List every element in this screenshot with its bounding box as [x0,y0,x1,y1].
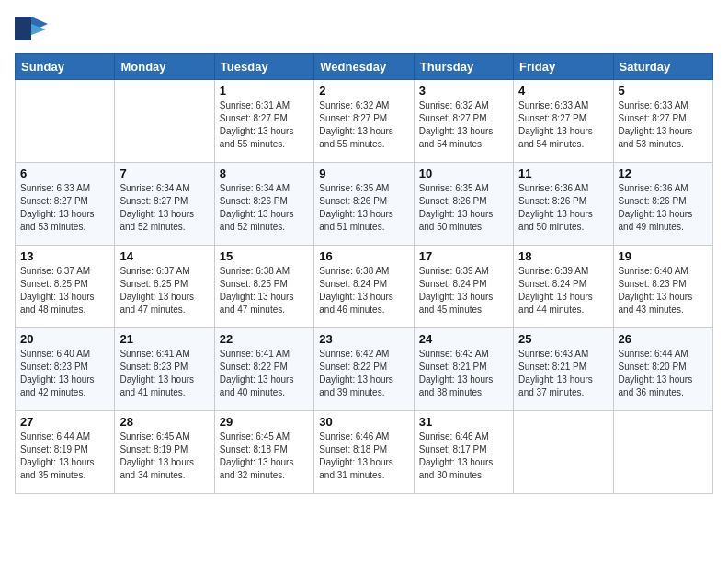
day-number: 4 [518,84,608,98]
day-number: 7 [119,167,209,180]
calendar-cell: 25Sunrise: 6:43 AMSunset: 8:21 PMDayligh… [514,328,613,411]
col-wednesday: Wednesday [314,54,414,80]
cell-info: Sunrise: 6:46 AMSunset: 8:17 PMDaylight:… [419,431,508,482]
calendar-cell: 20Sunrise: 6:40 AMSunset: 8:23 PMDayligh… [16,328,115,411]
week-row-5: 27Sunrise: 6:44 AMSunset: 8:19 PMDayligh… [16,411,713,494]
cell-info: Sunrise: 6:33 AMSunset: 8:27 PMDaylight:… [619,99,708,151]
day-number: 20 [20,332,109,346]
day-number: 24 [419,332,508,346]
cell-info: Sunrise: 6:41 AMSunset: 8:23 PMDaylight:… [119,348,209,399]
calendar-cell: 16Sunrise: 6:38 AMSunset: 8:24 PMDayligh… [314,246,414,328]
day-number: 23 [319,332,408,346]
day-number: 19 [619,249,708,263]
col-tuesday: Tuesday [214,54,313,80]
day-number: 17 [419,249,508,263]
calendar-table: Sunday Monday Tuesday Wednesday Thursday… [15,53,713,494]
cell-info: Sunrise: 6:31 AMSunset: 8:27 PMDaylight:… [220,99,309,151]
cell-info: Sunrise: 6:39 AMSunset: 8:24 PMDaylight:… [518,265,608,316]
cell-info: Sunrise: 6:32 AMSunset: 8:27 PMDaylight:… [419,99,508,151]
calendar-cell: 4Sunrise: 6:33 AMSunset: 8:27 PMDaylight… [514,80,613,163]
cell-info: Sunrise: 6:37 AMSunset: 8:25 PMDaylight:… [119,265,209,316]
day-number: 11 [518,167,608,180]
col-thursday: Thursday [414,54,513,80]
day-number: 14 [119,249,209,263]
day-number: 9 [319,167,408,180]
day-number: 25 [518,332,608,346]
calendar-cell [514,411,613,494]
cell-info: Sunrise: 6:38 AMSunset: 8:25 PMDaylight:… [220,265,309,316]
calendar-cell: 17Sunrise: 6:39 AMSunset: 8:24 PMDayligh… [414,246,513,328]
calendar-cell [115,80,214,163]
calendar-cell: 7Sunrise: 6:34 AMSunset: 8:27 PMDaylight… [115,163,214,246]
week-row-3: 13Sunrise: 6:37 AMSunset: 8:25 PMDayligh… [16,246,713,328]
calendar-cell: 18Sunrise: 6:39 AMSunset: 8:24 PMDayligh… [514,246,613,328]
calendar-cell: 27Sunrise: 6:44 AMSunset: 8:19 PMDayligh… [16,411,115,494]
day-number: 8 [220,167,309,180]
calendar-cell [16,80,115,163]
day-number: 12 [619,167,708,180]
calendar-cell: 31Sunrise: 6:46 AMSunset: 8:17 PMDayligh… [414,411,513,494]
cell-info: Sunrise: 6:32 AMSunset: 8:27 PMDaylight:… [319,99,408,151]
svg-rect-0 [15,17,31,40]
col-saturday: Saturday [613,54,712,80]
day-number: 3 [419,84,508,98]
logo-icon [15,15,48,42]
day-number: 6 [20,167,109,180]
calendar-cell: 13Sunrise: 6:37 AMSunset: 8:25 PMDayligh… [16,246,115,328]
calendar-cell: 5Sunrise: 6:33 AMSunset: 8:27 PMDaylight… [613,80,712,163]
page-header [15,15,713,42]
week-row-4: 20Sunrise: 6:40 AMSunset: 8:23 PMDayligh… [16,328,713,411]
calendar-cell: 11Sunrise: 6:36 AMSunset: 8:26 PMDayligh… [514,163,613,246]
col-monday: Monday [115,54,214,80]
day-number: 29 [220,415,309,429]
calendar-cell: 1Sunrise: 6:31 AMSunset: 8:27 PMDaylight… [214,80,313,163]
cell-info: Sunrise: 6:40 AMSunset: 8:23 PMDaylight:… [20,348,109,399]
calendar-cell: 2Sunrise: 6:32 AMSunset: 8:27 PMDaylight… [314,80,414,163]
logo [15,15,51,42]
cell-info: Sunrise: 6:42 AMSunset: 8:22 PMDaylight:… [319,348,408,399]
cell-info: Sunrise: 6:45 AMSunset: 8:19 PMDaylight:… [119,431,209,482]
day-number: 22 [220,332,309,346]
calendar-cell: 9Sunrise: 6:35 AMSunset: 8:26 PMDaylight… [314,163,414,246]
cell-info: Sunrise: 6:44 AMSunset: 8:20 PMDaylight:… [619,348,708,399]
calendar-cell: 8Sunrise: 6:34 AMSunset: 8:26 PMDaylight… [214,163,313,246]
calendar-cell [613,411,712,494]
calendar-cell: 15Sunrise: 6:38 AMSunset: 8:25 PMDayligh… [214,246,313,328]
day-number: 5 [619,84,708,98]
day-number: 10 [419,167,508,180]
cell-info: Sunrise: 6:45 AMSunset: 8:18 PMDaylight:… [220,431,309,482]
cell-info: Sunrise: 6:35 AMSunset: 8:26 PMDaylight:… [419,182,508,234]
day-number: 1 [220,84,309,98]
cell-info: Sunrise: 6:35 AMSunset: 8:26 PMDaylight:… [319,182,408,234]
calendar-cell: 30Sunrise: 6:46 AMSunset: 8:18 PMDayligh… [314,411,414,494]
day-number: 15 [220,249,309,263]
week-row-2: 6Sunrise: 6:33 AMSunset: 8:27 PMDaylight… [16,163,713,246]
calendar-cell: 22Sunrise: 6:41 AMSunset: 8:22 PMDayligh… [214,328,313,411]
calendar-cell: 23Sunrise: 6:42 AMSunset: 8:22 PMDayligh… [314,328,414,411]
day-number: 13 [20,249,109,263]
day-number: 28 [119,415,209,429]
cell-info: Sunrise: 6:36 AMSunset: 8:26 PMDaylight:… [619,182,708,234]
calendar-cell: 21Sunrise: 6:41 AMSunset: 8:23 PMDayligh… [115,328,214,411]
col-friday: Friday [514,54,613,80]
cell-info: Sunrise: 6:34 AMSunset: 8:26 PMDaylight:… [220,182,309,234]
calendar-cell: 19Sunrise: 6:40 AMSunset: 8:23 PMDayligh… [613,246,712,328]
cell-info: Sunrise: 6:46 AMSunset: 8:18 PMDaylight:… [319,431,408,482]
day-number: 31 [419,415,508,429]
day-number: 18 [518,249,608,263]
day-number: 26 [619,332,708,346]
day-number: 30 [319,415,408,429]
cell-info: Sunrise: 6:33 AMSunset: 8:27 PMDaylight:… [20,182,109,234]
cell-info: Sunrise: 6:43 AMSunset: 8:21 PMDaylight:… [419,348,508,399]
calendar-cell: 6Sunrise: 6:33 AMSunset: 8:27 PMDaylight… [16,163,115,246]
cell-info: Sunrise: 6:37 AMSunset: 8:25 PMDaylight:… [20,265,109,316]
cell-info: Sunrise: 6:40 AMSunset: 8:23 PMDaylight:… [619,265,708,316]
cell-info: Sunrise: 6:39 AMSunset: 8:24 PMDaylight:… [419,265,508,316]
calendar-cell: 14Sunrise: 6:37 AMSunset: 8:25 PMDayligh… [115,246,214,328]
header-row: Sunday Monday Tuesday Wednesday Thursday… [16,54,713,80]
calendar-cell: 28Sunrise: 6:45 AMSunset: 8:19 PMDayligh… [115,411,214,494]
cell-info: Sunrise: 6:43 AMSunset: 8:21 PMDaylight:… [518,348,608,399]
day-number: 21 [119,332,209,346]
cell-info: Sunrise: 6:36 AMSunset: 8:26 PMDaylight:… [518,182,608,234]
calendar-cell: 3Sunrise: 6:32 AMSunset: 8:27 PMDaylight… [414,80,513,163]
